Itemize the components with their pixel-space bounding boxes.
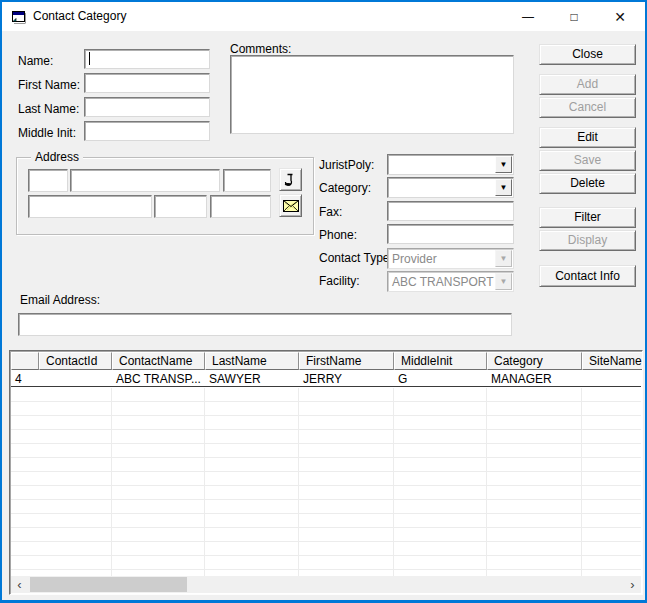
middle-init-label: Middle Init:	[18, 126, 76, 140]
table-row[interactable]: 4 ABC TRANSP... SAWYER JERRY G MANAGER	[11, 370, 641, 387]
cell-contactname: ABC TRANSP...	[112, 370, 205, 386]
category-combo[interactable]: ▼	[387, 177, 514, 198]
cell-firstname: JERRY	[299, 370, 394, 386]
address-line2-field2[interactable]	[154, 195, 207, 218]
cell-category: MANAGER	[487, 370, 582, 386]
address-line2-field1[interactable]	[28, 195, 152, 218]
column-header-sitename[interactable]: SiteName	[582, 352, 643, 370]
email-address-input[interactable]	[18, 313, 512, 336]
chevron-down-icon[interactable]: ▼	[495, 179, 512, 196]
last-name-label: Last Name:	[18, 102, 79, 116]
column-header-lastname[interactable]: LastName	[205, 352, 299, 370]
maximize-button[interactable]: □	[551, 2, 597, 31]
filter-button[interactable]: Filter	[539, 207, 636, 228]
last-name-input[interactable]	[84, 97, 210, 117]
chevron-down-icon[interactable]: ▼	[495, 156, 512, 173]
contact-category-window: Contact Category — □ ✕ Name: First Name:…	[0, 0, 647, 603]
minimize-icon: —	[522, 10, 534, 24]
phone-label: Phone:	[319, 228, 357, 242]
display-button[interactable]: Display	[539, 230, 636, 251]
middle-init-input[interactable]	[84, 121, 210, 141]
dial-icon	[283, 172, 298, 187]
horizontal-scrollbar[interactable]: ‹ ›	[11, 576, 641, 593]
column-header-contactid[interactable]: ContactId	[39, 352, 112, 370]
chevron-down-icon: ▼	[495, 250, 512, 267]
phone-input[interactable]	[387, 224, 514, 244]
facility-label: Facility:	[319, 274, 360, 288]
chevron-down-icon: ▼	[495, 273, 512, 290]
facility-combo: ABC TRANSPORT ▼	[387, 271, 514, 292]
scrollbar-track[interactable]	[28, 576, 624, 593]
column-header-category[interactable]: Category	[487, 352, 582, 370]
fax-input[interactable]	[387, 201, 514, 221]
column-header-middleinit[interactable]: MiddleInit	[394, 352, 487, 370]
column-header-contactname[interactable]: ContactName	[112, 352, 205, 370]
email-button[interactable]	[279, 194, 302, 217]
email-icon	[283, 200, 299, 212]
add-button[interactable]: Add	[539, 74, 636, 95]
close-icon: ✕	[614, 9, 626, 25]
address-line1-field2[interactable]	[70, 169, 220, 192]
text-caret	[89, 52, 90, 65]
contact-type-label: Contact Type:	[319, 251, 393, 265]
cancel-button[interactable]: Cancel	[539, 97, 636, 118]
juristpoly-combo[interactable]: ▼	[387, 154, 514, 175]
titlebar: Contact Category — □ ✕	[2, 2, 645, 31]
delete-button[interactable]: Delete	[539, 173, 636, 194]
address-line1-field1[interactable]	[28, 169, 68, 192]
grid-header: ContactId ContactName LastName FirstName…	[11, 352, 641, 370]
first-name-input[interactable]	[84, 73, 210, 93]
dial-button[interactable]	[279, 168, 302, 191]
name-label: Name:	[18, 54, 53, 68]
cell-contactid: 4	[11, 370, 112, 386]
save-button[interactable]: Save	[539, 150, 636, 171]
comments-input[interactable]	[230, 55, 514, 134]
juristpoly-label: JuristPoly:	[319, 158, 374, 172]
form-icon	[11, 10, 27, 24]
first-name-label: First Name:	[18, 78, 80, 92]
cell-lastname: SAWYER	[205, 370, 299, 386]
category-label: Category:	[319, 181, 371, 195]
close-button[interactable]: Close	[539, 44, 636, 65]
comments-label: Comments:	[230, 42, 291, 56]
grid-empty-area	[11, 388, 641, 576]
name-input[interactable]	[84, 49, 210, 69]
minimize-button[interactable]: —	[505, 2, 551, 31]
email-address-label: Email Address:	[20, 293, 100, 307]
edit-button[interactable]: Edit	[539, 127, 636, 148]
cell-sitename	[582, 370, 643, 386]
scroll-right-icon[interactable]: ›	[624, 576, 641, 593]
window-title: Contact Category	[33, 9, 126, 23]
column-header-firstname[interactable]: FirstName	[299, 352, 394, 370]
record-selector-header	[11, 352, 39, 370]
fax-label: Fax:	[319, 205, 342, 219]
maximize-icon: □	[570, 10, 577, 24]
contacts-grid[interactable]: ContactId ContactName LastName FirstName…	[9, 350, 643, 595]
contact-info-button[interactable]: Contact Info	[539, 265, 636, 287]
scrollbar-thumb[interactable]	[30, 577, 187, 592]
cell-middleinit: G	[394, 370, 487, 386]
address-line2-field3[interactable]	[210, 195, 271, 218]
contact-type-combo: Provider ▼	[387, 248, 514, 269]
scroll-left-icon[interactable]: ‹	[11, 576, 28, 593]
address-line1-field3[interactable]	[223, 169, 271, 192]
close-window-button[interactable]: ✕	[597, 2, 643, 31]
address-group-label: Address	[31, 150, 83, 164]
